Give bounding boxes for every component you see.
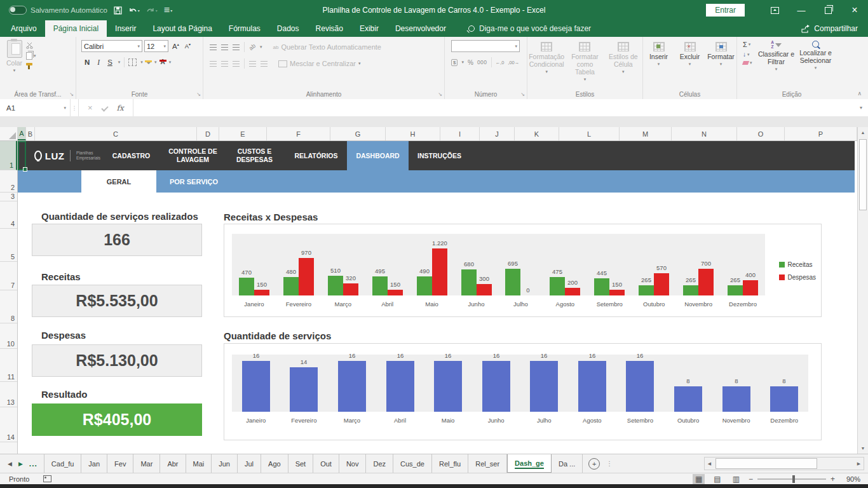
- increase-indent-icon[interactable]: [261, 61, 268, 67]
- sheet-tab-cus_de[interactable]: Cus_de: [393, 454, 432, 473]
- sign-in-button[interactable]: Entrar: [706, 4, 745, 17]
- merge-center-button[interactable]: Mesclar e Centralizar ▾: [278, 60, 360, 67]
- horizontal-scroll-track[interactable]: [714, 458, 854, 470]
- format-painter-button[interactable]: [26, 63, 36, 65]
- wrap-text-button[interactable]: ab Quebrar Texto Automaticamente: [273, 43, 381, 51]
- nav-item-instruções[interactable]: INSTRUÇÕES: [409, 141, 470, 170]
- orientation-icon[interactable]: ab: [248, 43, 257, 51]
- formula-input[interactable]: [133, 99, 854, 116]
- collapse-ribbon-icon[interactable]: ∧: [857, 90, 862, 97]
- comma-style-button[interactable]: 000: [477, 59, 487, 65]
- sheet-overflow-indicator[interactable]: ...: [29, 459, 37, 468]
- increase-decimal-icon[interactable]: ←,0: [496, 60, 505, 65]
- dialog-launcher-icon[interactable]: ↘: [69, 92, 74, 97]
- nav-item-cadastro[interactable]: CADASTRO: [100, 141, 162, 170]
- sheet-tab-dez[interactable]: Dez: [366, 454, 393, 473]
- row-header-10[interactable]: 10: [0, 323, 17, 349]
- font-size-select[interactable]: 12▾: [144, 40, 168, 52]
- sheet-tab-jan[interactable]: Jan: [81, 454, 107, 473]
- nav-item-custos-e-despesas[interactable]: CUSTOS E DESPESAS: [224, 141, 285, 170]
- chart-receitas-despesas[interactable]: 470150Janeiro480970Fevereiro510320Março4…: [224, 224, 822, 317]
- cancel-entry-icon[interactable]: ×: [88, 103, 93, 112]
- ribbon-tab-layout-da-página[interactable]: Layout da Página: [144, 20, 220, 37]
- column-header-I[interactable]: I: [440, 127, 480, 140]
- bold-button[interactable]: N: [83, 58, 92, 67]
- dialog-launcher-icon[interactable]: ↘: [438, 92, 442, 97]
- minimize-button[interactable]: —: [788, 0, 815, 20]
- vertical-scrollbar[interactable]: ▲ ▼: [857, 127, 868, 454]
- subnav-item-geral[interactable]: GERAL: [81, 170, 156, 193]
- align-right-icon[interactable]: [233, 61, 240, 67]
- chart-quantidade-servicos[interactable]: 16Janeiro14Fevereiro16Março16Abril16Maio…: [224, 343, 822, 440]
- number-format-select[interactable]: ▾: [451, 40, 520, 52]
- name-box[interactable]: A1 ▾: [0, 99, 71, 116]
- underline-button[interactable]: S: [105, 58, 114, 67]
- scroll-down-icon[interactable]: ▼: [858, 443, 868, 454]
- scroll-up-icon[interactable]: ▲: [858, 127, 868, 138]
- insert-function-button[interactable]: fx: [117, 104, 124, 112]
- row-header-13[interactable]: 13: [0, 382, 17, 407]
- decrease-decimal-icon[interactable]: ,00→: [508, 60, 519, 65]
- fill-color-button[interactable]: ◆: [147, 60, 151, 65]
- fill-button[interactable]: ↓▾: [743, 51, 752, 58]
- scroll-left-icon[interactable]: ◀: [705, 458, 714, 470]
- column-header-E[interactable]: E: [219, 127, 267, 140]
- sheet-tab-rel_ser[interactable]: Rel_ser: [468, 454, 507, 473]
- zoom-slider[interactable]: [757, 478, 826, 480]
- subnav-item-por-serviço[interactable]: POR SERVIÇO: [156, 170, 231, 193]
- column-header-H[interactable]: H: [386, 127, 440, 140]
- sheet-tab-nov[interactable]: Nov: [339, 454, 367, 473]
- horizontal-scroll-thumb[interactable]: [715, 458, 817, 469]
- tell-me-search[interactable]: Diga-me o que você deseja fazer: [468, 20, 591, 37]
- sheet-tab-mar[interactable]: Mar: [133, 454, 160, 473]
- sheet-tab-cad_fu[interactable]: Cad_fu: [44, 454, 81, 473]
- autosave-toggle[interactable]: Salvamento Automático: [9, 6, 107, 15]
- row-header-1[interactable]: 1: [0, 141, 17, 170]
- ribbon-tab-exibir[interactable]: Exibir: [351, 20, 387, 37]
- customize-quick-access-button[interactable]: ≡▾: [164, 4, 172, 16]
- zoom-in-button[interactable]: +: [831, 475, 835, 484]
- row-header-3[interactable]: 3: [0, 193, 17, 201]
- column-header-L[interactable]: L: [559, 127, 620, 140]
- column-header-P[interactable]: P: [785, 127, 857, 140]
- sheet-tab-set[interactable]: Set: [288, 454, 314, 473]
- column-header-O[interactable]: O: [737, 127, 785, 140]
- nav-item-controle-de-lavagem[interactable]: CONTROLE DE LAVAGEM: [162, 141, 224, 170]
- column-header-M[interactable]: M: [620, 127, 672, 140]
- redo-button[interactable]: ▾: [146, 6, 158, 14]
- column-header-N[interactable]: N: [672, 127, 737, 140]
- sheet-tab-abr[interactable]: Abr: [160, 454, 186, 473]
- ribbon-tab-dados[interactable]: Dados: [269, 20, 308, 37]
- undo-button[interactable]: ▾: [128, 6, 140, 14]
- sheet-tab-rel_flu[interactable]: Rel_flu: [432, 454, 468, 473]
- column-header-F[interactable]: F: [267, 127, 330, 140]
- horizontal-scrollbar[interactable]: ◀ ▶: [704, 457, 864, 470]
- column-header-J[interactable]: J: [480, 127, 515, 140]
- restore-button[interactable]: [815, 0, 841, 20]
- nav-item-relatórios[interactable]: RELATÓRIOS: [285, 141, 347, 170]
- align-bottom-icon[interactable]: [233, 44, 240, 50]
- macro-record-icon[interactable]: [43, 475, 51, 482]
- percent-style-button[interactable]: %: [468, 59, 473, 66]
- cut-button[interactable]: [26, 42, 36, 49]
- vertical-scroll-thumb[interactable]: [859, 139, 867, 210]
- column-header-D[interactable]: D: [197, 127, 219, 140]
- page-layout-view-button[interactable]: ▤: [711, 474, 723, 484]
- share-button[interactable]: Compartilhar: [801, 20, 868, 37]
- column-header-G[interactable]: G: [330, 127, 386, 140]
- italic-button[interactable]: I: [95, 58, 102, 67]
- decrease-font-button[interactable]: A▾: [183, 41, 193, 50]
- align-top-icon[interactable]: [210, 44, 217, 50]
- scroll-right-icon[interactable]: ▶: [854, 458, 864, 470]
- select-all-corner[interactable]: [0, 127, 18, 140]
- align-middle-icon[interactable]: [221, 44, 228, 50]
- column-header-K[interactable]: K: [515, 127, 559, 140]
- dialog-launcher-icon[interactable]: ↘: [520, 92, 525, 97]
- ribbon-tab-fórmulas[interactable]: Fórmulas: [220, 20, 269, 37]
- decrease-indent-icon[interactable]: [249, 61, 256, 67]
- row-header-4[interactable]: 4: [0, 201, 17, 229]
- font-color-button[interactable]: A: [161, 59, 165, 65]
- sheet-tab-fev[interactable]: Fev: [107, 454, 133, 473]
- sheet-tab-out[interactable]: Out: [313, 454, 339, 473]
- copy-button[interactable]: ▾: [26, 52, 36, 60]
